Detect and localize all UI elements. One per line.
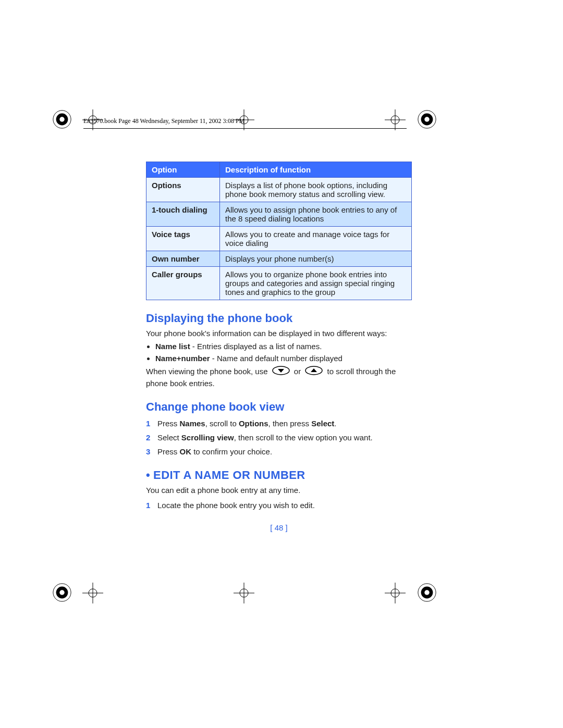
list-item: 1 Locate the phone book entry you wish t… xyxy=(146,501,412,510)
heading-edit-name: •EDIT A NAME OR NUMBER xyxy=(146,468,412,482)
step-number: 1 xyxy=(146,419,150,428)
cell-option: Caller groups xyxy=(146,267,220,300)
view-bullets: Name list - Entries displayed as a list … xyxy=(155,342,412,363)
table-row: 1-touch dialing Allows you to assign pho… xyxy=(146,202,412,227)
text: Select xyxy=(157,433,181,442)
reg-mark-top-left xyxy=(52,109,72,129)
cropmark-bottom-3 xyxy=(385,583,406,605)
list-item: 3 Press OK to confirm your choice. xyxy=(146,447,412,456)
text: Press xyxy=(157,447,180,456)
step-number: 3 xyxy=(146,447,150,456)
step-number: 1 xyxy=(146,501,150,510)
text: , scroll to xyxy=(205,419,239,428)
running-head: En3570.book Page 48 Wednesday, September… xyxy=(83,117,244,125)
list-item: 2 Select Scrolling view, then scroll to … xyxy=(146,433,412,442)
cropmark-top-1 xyxy=(82,109,103,132)
table-row: Caller groups Allows you to organize pho… xyxy=(146,267,412,300)
th-desc: Description of function xyxy=(220,162,412,178)
page-body: Option Description of function Options D… xyxy=(146,162,412,532)
bullet-rest: - Name and default number displayed xyxy=(210,354,342,363)
svg-point-14 xyxy=(424,117,430,122)
cell-option: 1-touch dialing xyxy=(146,202,220,227)
text-bold: OK xyxy=(180,447,192,456)
bullet-icon: • xyxy=(146,468,150,482)
cell-option: Voice tags xyxy=(146,227,220,251)
text-bold: Names xyxy=(180,419,205,428)
heading-displaying: Displaying the phone book xyxy=(146,312,412,325)
step-number: 2 xyxy=(146,433,150,442)
list-item: Name+number - Name and default number di… xyxy=(155,354,412,363)
cell-desc: Allows you to assign phone book entries … xyxy=(220,202,412,227)
text-intro1: Your phone book's information can be dis… xyxy=(146,328,412,339)
steps-change-view: 1 Press Names, scroll to Options, then p… xyxy=(146,419,412,456)
text: , then scroll to the view option you wan… xyxy=(234,433,373,442)
text: Press xyxy=(157,419,180,428)
table-row: Voice tags Allows you to create and mana… xyxy=(146,227,412,251)
heading-change-view: Change phone book view xyxy=(146,400,412,414)
bullet-rest: - Entries displayed as a list of names. xyxy=(190,342,322,351)
scroll-up-icon xyxy=(305,366,323,378)
reg-mark-bottom-right xyxy=(417,583,437,602)
text: or xyxy=(294,367,303,376)
scroll-down-icon xyxy=(272,366,290,378)
steps-edit: 1 Locate the phone book entry you wish t… xyxy=(146,501,412,510)
table-row: Options Displays a list of phone book op… xyxy=(146,178,412,202)
svg-point-2 xyxy=(59,117,65,122)
list-item: 1 Press Names, scroll to Options, then p… xyxy=(146,419,412,428)
heading-text: EDIT A NAME OR NUMBER xyxy=(153,468,305,482)
cropmark-top-2 xyxy=(234,109,254,132)
text-scroll: When viewing the phone book, use or to s… xyxy=(146,366,412,389)
svg-point-33 xyxy=(424,590,430,595)
options-table: Option Description of function Options D… xyxy=(146,162,412,300)
cropmark-bottom-1 xyxy=(82,583,103,605)
cell-option: Own number xyxy=(146,251,220,267)
text-bold: Scrolling view xyxy=(181,433,234,442)
cropmark-bottom-2 xyxy=(234,583,254,605)
reg-mark-bottom-left xyxy=(52,583,72,602)
text: . xyxy=(334,419,336,428)
text: to confirm your choice. xyxy=(191,447,272,456)
list-item: Name list - Entries displayed as a list … xyxy=(155,342,412,351)
page-number: [ 48 ] xyxy=(146,523,412,532)
cell-option: Options xyxy=(146,178,220,202)
table-row: Own number Displays your phone number(s) xyxy=(146,251,412,267)
cropmark-top-3 xyxy=(385,109,406,132)
cell-desc: Displays your phone number(s) xyxy=(220,251,412,267)
reg-mark-top-right xyxy=(417,109,437,129)
text-bold: Options xyxy=(239,419,268,428)
cell-desc: Allows you to organize phone book entrie… xyxy=(220,267,412,300)
text-bold: Select xyxy=(311,419,334,428)
text: Locate the phone book entry you wish to … xyxy=(157,501,315,510)
bullet-bold: Name+number xyxy=(155,354,210,363)
text: , then press xyxy=(268,419,312,428)
cell-desc: Allows you to create and manage voice ta… xyxy=(220,227,412,251)
svg-point-21 xyxy=(59,590,65,595)
bullet-bold: Name list xyxy=(155,342,190,351)
text: When viewing the phone book, use xyxy=(146,367,270,376)
text-edit-intro: You can edit a phone book entry at any t… xyxy=(146,485,412,496)
th-option: Option xyxy=(146,162,220,178)
cell-desc: Displays a list of phone book options, i… xyxy=(220,178,412,202)
